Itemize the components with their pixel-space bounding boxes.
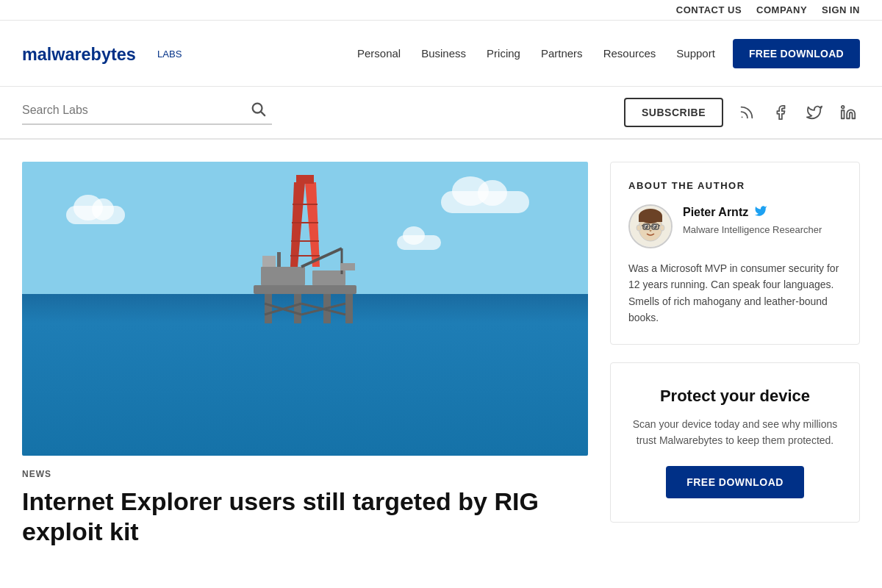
author-box: ABOUT THE AUTHOR bbox=[610, 162, 860, 345]
svg-point-6 bbox=[842, 106, 845, 109]
svg-point-43 bbox=[637, 225, 641, 231]
svg-rect-5 bbox=[842, 110, 845, 118]
svg-marker-19 bbox=[305, 182, 320, 267]
protect-title: Protect your device bbox=[628, 387, 842, 406]
twitter-icon[interactable] bbox=[803, 101, 826, 124]
subscribe-button[interactable]: SUBSCRIBE bbox=[624, 98, 723, 127]
protect-download-button[interactable]: FREE DOWNLOAD bbox=[666, 466, 804, 498]
sidebar: ABOUT THE AUTHOR bbox=[610, 162, 860, 547]
author-role: Malware Intelligence Researcher bbox=[683, 223, 822, 237]
sign-in-link[interactable]: SIGN IN bbox=[822, 4, 860, 15]
social-icons bbox=[735, 101, 860, 124]
top-bar: CONTACT US COMPANY SIGN IN bbox=[0, 0, 882, 21]
svg-point-4 bbox=[742, 117, 743, 118]
svg-rect-33 bbox=[639, 216, 662, 222]
author-info: Pieter Arntz Malware Intelligence Resear… bbox=[628, 204, 842, 248]
svg-rect-17 bbox=[312, 270, 345, 285]
svg-line-25 bbox=[301, 248, 342, 267]
svg-point-37 bbox=[654, 226, 656, 227]
article-title: Internet Explorer users still targeted b… bbox=[22, 487, 551, 547]
protect-description: Scan your device today and see why milli… bbox=[628, 416, 842, 449]
author-twitter-icon bbox=[754, 204, 767, 218]
content-area: NEWS Internet Explorer users still targe… bbox=[0, 140, 882, 569]
svg-rect-27 bbox=[262, 256, 276, 267]
main-article: NEWS Internet Explorer users still targe… bbox=[22, 162, 588, 547]
nav-partners[interactable]: Partners bbox=[541, 47, 583, 60]
oil-rig bbox=[232, 168, 379, 332]
search-icon bbox=[250, 101, 266, 117]
svg-rect-28 bbox=[340, 263, 355, 270]
svg-text:LABS: LABS bbox=[157, 49, 182, 60]
facebook-icon[interactable] bbox=[769, 101, 792, 124]
nav-personal[interactable]: Personal bbox=[357, 47, 401, 60]
nav-resources[interactable]: Resources bbox=[603, 47, 656, 60]
about-author-title: ABOUT THE AUTHOR bbox=[628, 180, 842, 191]
author-name-wrap: Pieter Arntz Malware Intelligence Resear… bbox=[683, 204, 822, 237]
nav-support[interactable]: Support bbox=[676, 47, 715, 60]
author-name-row: Pieter Arntz bbox=[683, 204, 822, 220]
rss-icon[interactable] bbox=[735, 101, 759, 124]
contact-us-link[interactable]: CONTACT US bbox=[676, 4, 742, 15]
svg-rect-8 bbox=[265, 294, 272, 323]
author-name: Pieter Arntz bbox=[683, 206, 748, 219]
author-twitter-link[interactable] bbox=[754, 204, 767, 220]
nav-business[interactable]: Business bbox=[421, 47, 466, 60]
free-download-button[interactable]: FREE DOWNLOAD bbox=[733, 39, 860, 68]
protect-box: Protect your device Scan your device tod… bbox=[610, 362, 860, 523]
search-input-wrap bbox=[22, 101, 272, 125]
search-bar-row: SUBSCRIBE bbox=[0, 87, 882, 140]
cloud-3 bbox=[397, 235, 441, 250]
search-input[interactable] bbox=[22, 104, 238, 117]
svg-text:malwarebytes: malwarebytes bbox=[22, 45, 136, 64]
svg-point-36 bbox=[645, 226, 647, 227]
cloud-1 bbox=[66, 206, 125, 224]
svg-rect-9 bbox=[294, 294, 301, 323]
nav-pricing[interactable]: Pricing bbox=[487, 47, 520, 60]
author-avatar bbox=[628, 204, 673, 248]
cloud-2 bbox=[441, 191, 529, 213]
logo[interactable]: malwarebytes LABS bbox=[22, 40, 193, 67]
svg-line-3 bbox=[261, 112, 265, 115]
article-tag: NEWS bbox=[22, 469, 588, 479]
search-button[interactable] bbox=[244, 101, 272, 121]
linkedin-icon[interactable] bbox=[836, 101, 860, 124]
main-nav: malwarebytes LABS Personal Business Pric… bbox=[0, 21, 882, 87]
nav-links: Personal Business Pricing Partners Resou… bbox=[357, 47, 715, 60]
svg-marker-18 bbox=[290, 182, 305, 267]
svg-rect-11 bbox=[345, 294, 353, 323]
svg-rect-29 bbox=[277, 252, 281, 267]
svg-rect-24 bbox=[296, 175, 314, 184]
author-bio: Was a Microsoft MVP in consumer security… bbox=[628, 260, 842, 326]
svg-rect-7 bbox=[254, 285, 356, 294]
company-link[interactable]: COMPANY bbox=[756, 4, 807, 15]
svg-point-44 bbox=[660, 225, 664, 231]
hero-image bbox=[22, 162, 588, 456]
svg-rect-16 bbox=[261, 267, 305, 285]
